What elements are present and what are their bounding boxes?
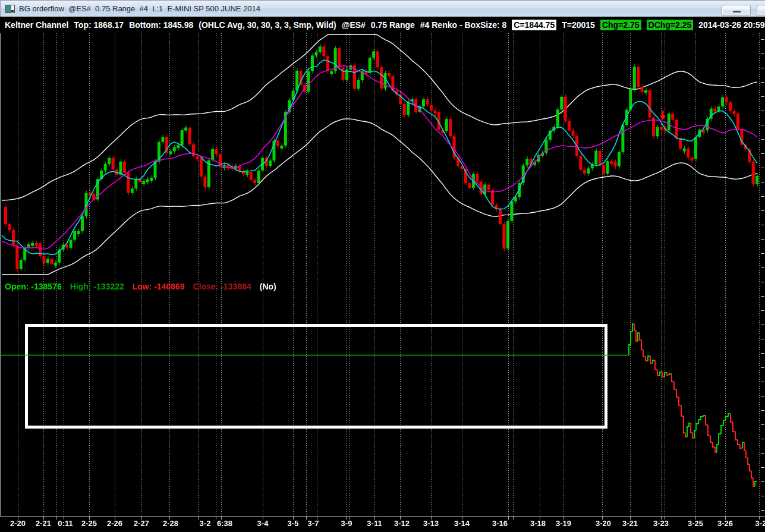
status-segment: @ES#: [342, 20, 366, 30]
status-segment: Keltner Channel: [5, 20, 68, 30]
chart-status-bar: Keltner ChannelTop: 1868.17Bottom: 1845.…: [0, 17, 765, 33]
x-axis-label: 3-23: [653, 519, 669, 528]
indicator-value: Open: -138576: [5, 282, 62, 291]
x-axis-label: 3-13: [423, 519, 439, 528]
x-axis-label: 3-5: [288, 519, 299, 528]
x-axis-label: 2-28: [163, 519, 178, 528]
x-axis-label: 2-25: [81, 519, 97, 528]
window-button-partial[interactable]: [757, 5, 765, 16]
x-axis-label: 0:11: [58, 519, 73, 528]
x-axis-label: 3-25: [688, 519, 703, 528]
window-title: BG orderflow @ES# 0.75 Range #4 L:1 E-MI…: [19, 4, 260, 13]
x-axis-label: 3-26: [717, 519, 733, 528]
x-axis-label: 3-2: [200, 519, 211, 528]
indicator-value: High: -133222: [70, 282, 124, 291]
app-icon: [5, 5, 15, 13]
status-segment: Top: 1868.17: [74, 20, 124, 30]
x-axis-label: 3-18: [530, 519, 546, 528]
x-axis-label: 3-7: [308, 519, 319, 528]
x-axis-label: 3-16: [492, 519, 508, 528]
application-window: BG orderflow @ES# 0.75 Range #4 L:1 E-MI…: [0, 0, 765, 532]
x-axis-label: 6:38: [217, 519, 232, 528]
status-segment: #4 Renko - BoxSize: 8: [420, 20, 507, 30]
x-axis-label: 3-21: [622, 519, 638, 528]
x-axis-label: 3-14: [454, 519, 470, 528]
status-segment: C=1844.75: [512, 20, 556, 30]
indicator-value: (No): [260, 282, 276, 291]
status-segment: T=20015: [562, 20, 595, 30]
status-segment: 0.75 Range: [371, 20, 415, 30]
indicator-value: Close: -133884: [193, 282, 251, 291]
minimize-icon: [733, 11, 741, 12]
status-segment: 2014-03-26 20:59:42 H=1845.50 L=18: [698, 20, 765, 30]
indicator-value-row: Open: -138576High: -133222Low: -140869Cl…: [5, 282, 276, 291]
x-axis-label: 3-12: [394, 519, 410, 528]
x-axis-label: 3-9: [341, 519, 352, 528]
chart-canvas[interactable]: [0, 0, 765, 532]
x-axis-labels: 2-202-210:112-252-262-272-283-26:383-43-…: [0, 516, 765, 532]
x-axis-label: 3-19: [556, 519, 571, 528]
x-axis-label: 3-20: [596, 519, 611, 528]
x-axis-label: 3-4: [257, 519, 269, 528]
x-axis-label: 2-21: [36, 519, 51, 528]
status-segment: Bottom: 1845.98: [129, 20, 193, 30]
indicator-value: Low: -140869: [133, 282, 185, 291]
x-axis-label: 3-11: [367, 519, 382, 528]
status-segment: (OHLC Avg, 30, 30, 3, 3, Smp, Wild): [199, 20, 336, 30]
x-axis-label: 2-27: [134, 519, 149, 528]
x-axis-label: 2-26: [107, 519, 122, 528]
x-axis-label: 2-20: [10, 519, 26, 528]
x-axis-label: 3-2: [755, 519, 765, 528]
minimize-button[interactable]: [722, 5, 751, 16]
title-bar[interactable]: BG orderflow @ES# 0.75 Range #4 L:1 E-MI…: [0, 0, 765, 17]
status-segment: Chg=2.75: [600, 20, 641, 30]
status-segment: DChg=2.25: [647, 20, 694, 30]
